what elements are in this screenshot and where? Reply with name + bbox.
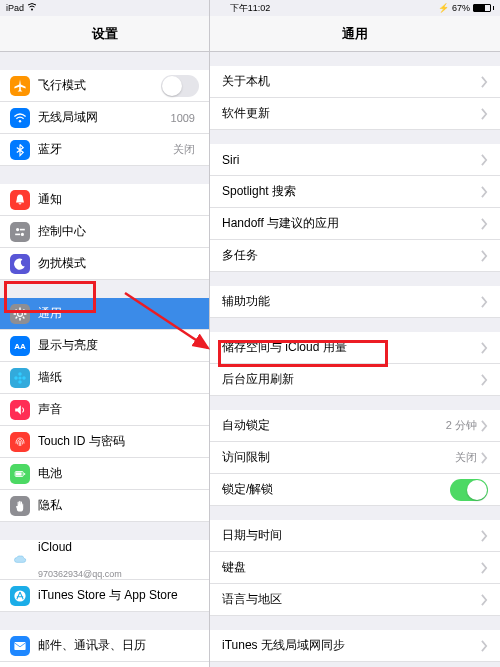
sidebar-item-label: 电池	[38, 465, 199, 482]
sidebar-item-label: 飞行模式	[38, 77, 161, 94]
sidebar-item-battery[interactable]: 电池	[0, 458, 209, 490]
detail-item-update[interactable]: 软件更新	[210, 98, 500, 130]
detail-item-lockunlock[interactable]: 锁定/解锁	[210, 474, 500, 506]
detail-item-restrictions[interactable]: 访问限制关闭	[210, 442, 500, 474]
detail-item-accessibility[interactable]: 辅助功能	[210, 286, 500, 318]
detail-item-autolock[interactable]: 自动锁定2 分钟	[210, 410, 500, 442]
sidebar-item-general[interactable]: 通用	[0, 298, 209, 330]
svg-rect-14	[24, 473, 25, 475]
sidebar-item-label: iCloud	[38, 540, 72, 568]
status-bar-right: 下午11:02 ⚡ 67%	[210, 0, 500, 16]
chevron-right-icon	[481, 218, 488, 230]
detail-item-label: 辅助功能	[222, 293, 481, 310]
moon-icon	[10, 254, 30, 274]
detail-item-label: 语言与地区	[222, 591, 481, 608]
sidebar-item-label: 勿扰模式	[38, 255, 199, 272]
sidebar-item-dnd[interactable]: 勿扰模式	[0, 248, 209, 280]
chevron-right-icon	[481, 250, 488, 262]
detail-item-keyboard[interactable]: 键盘	[210, 552, 500, 584]
sidebar-item-sound[interactable]: 声音	[0, 394, 209, 426]
sidebar-item-touchid[interactable]: Touch ID 与密码	[0, 426, 209, 458]
flower-icon	[10, 368, 30, 388]
detail-item-language[interactable]: 语言与地区	[210, 584, 500, 616]
battery-percent: 67%	[452, 3, 470, 13]
detail-item-itunessync[interactable]: iTunes 无线局域网同步	[210, 630, 500, 662]
svg-rect-15	[16, 472, 22, 475]
svg-text:AA: AA	[14, 342, 26, 351]
sidebar-item-bluetooth[interactable]: 蓝牙关闭	[0, 134, 209, 166]
detail-item-label: Spotlight 搜索	[222, 183, 481, 200]
detail-item-datetime[interactable]: 日期与时间	[210, 520, 500, 552]
svg-point-9	[18, 372, 22, 376]
sidebar-item-label: Touch ID 与密码	[38, 433, 199, 450]
svg-point-8	[18, 376, 21, 379]
chevron-right-icon	[481, 530, 488, 542]
sidebar-item-mail[interactable]: 邮件、通讯录、日历	[0, 630, 209, 662]
detail-item-label: 锁定/解锁	[222, 481, 450, 498]
chevron-right-icon	[481, 296, 488, 308]
sidebar-item-display[interactable]: AA显示与亮度	[0, 330, 209, 362]
chevron-right-icon	[481, 374, 488, 386]
sidebar-item-notes[interactable]: 备忘录	[0, 662, 209, 667]
chevron-right-icon	[481, 640, 488, 652]
sidebar-item-label: 无线局域网	[38, 109, 171, 126]
gear-icon	[10, 304, 30, 324]
svg-point-0	[31, 9, 33, 11]
sidebar-item-label: iTunes Store 与 App Store	[38, 587, 199, 604]
sidebar-item-value: 关闭	[173, 142, 195, 157]
sidebar-item-wifi[interactable]: 无线局域网1009	[0, 102, 209, 134]
appstore-icon	[10, 586, 30, 606]
sidebar-item-privacy[interactable]: 隐私	[0, 490, 209, 522]
sidebar-item-wallpaper[interactable]: 墙纸	[0, 362, 209, 394]
bell-icon	[10, 190, 30, 210]
clock: 下午11:02	[230, 2, 271, 15]
detail-pane: 下午11:02 ⚡ 67% 通用 关于本机软件更新SiriSpotlight 搜…	[210, 0, 500, 667]
detail-item-spotlight[interactable]: Spotlight 搜索	[210, 176, 500, 208]
detail-item-label: 储存空间与 iCloud 用量	[222, 339, 481, 356]
chevron-right-icon	[481, 562, 488, 574]
detail-item-siri[interactable]: Siri	[210, 144, 500, 176]
svg-rect-3	[20, 228, 25, 230]
chevron-right-icon	[481, 76, 488, 88]
sidebar-item-notifications[interactable]: 通知	[0, 184, 209, 216]
detail-item-label: 日期与时间	[222, 527, 481, 544]
airplane-icon	[10, 76, 30, 96]
detail-item-label: 软件更新	[222, 105, 481, 122]
sidebar-item-label: 蓝牙	[38, 141, 173, 158]
toggle-switch[interactable]	[161, 75, 199, 97]
sidebar-item-controlcenter[interactable]: 控制中心	[0, 216, 209, 248]
svg-point-12	[22, 376, 26, 380]
sidebar-item-label: 邮件、通讯录、日历	[38, 637, 199, 654]
sidebar-item-appstore[interactable]: iTunes Store 与 App Store	[0, 580, 209, 612]
detail-item-multitask[interactable]: 多任务	[210, 240, 500, 272]
AA-icon: AA	[10, 336, 30, 356]
sidebar-item-airplane[interactable]: 飞行模式	[0, 70, 209, 102]
sidebar-item-label: 声音	[38, 401, 199, 418]
chevron-right-icon	[481, 154, 488, 166]
status-bar-left: iPad	[0, 0, 209, 16]
chevron-right-icon	[481, 452, 488, 464]
wifi-icon	[10, 108, 30, 128]
sidebar-item-label: 显示与亮度	[38, 337, 199, 354]
detail-item-about[interactable]: 关于本机	[210, 66, 500, 98]
carrier-label: iPad	[6, 3, 24, 13]
toggle-switch[interactable]	[450, 479, 488, 501]
svg-point-1	[19, 120, 21, 122]
detail-item-label: 自动锁定	[222, 417, 446, 434]
sidebar-item-label: 墙纸	[38, 369, 199, 386]
switches-icon	[10, 222, 30, 242]
svg-point-2	[16, 228, 19, 231]
svg-rect-17	[14, 642, 25, 650]
detail-item-value: 2 分钟	[446, 418, 477, 433]
cloud-icon	[10, 550, 30, 570]
battery-icon	[10, 464, 30, 484]
detail-item-label: iTunes 无线局域网同步	[222, 637, 481, 654]
detail-item-storage[interactable]: 储存空间与 iCloud 用量	[210, 332, 500, 364]
detail-title: 通用	[210, 16, 500, 52]
detail-item-bgrefresh[interactable]: 后台应用刷新	[210, 364, 500, 396]
battery-icon	[473, 4, 494, 12]
detail-item-handoff[interactable]: Handoff 与建议的应用	[210, 208, 500, 240]
detail-item-label: 键盘	[222, 559, 481, 576]
sidebar-item-icloud[interactable]: iCloud970362934@qq.com	[0, 540, 209, 580]
chevron-right-icon	[481, 420, 488, 432]
